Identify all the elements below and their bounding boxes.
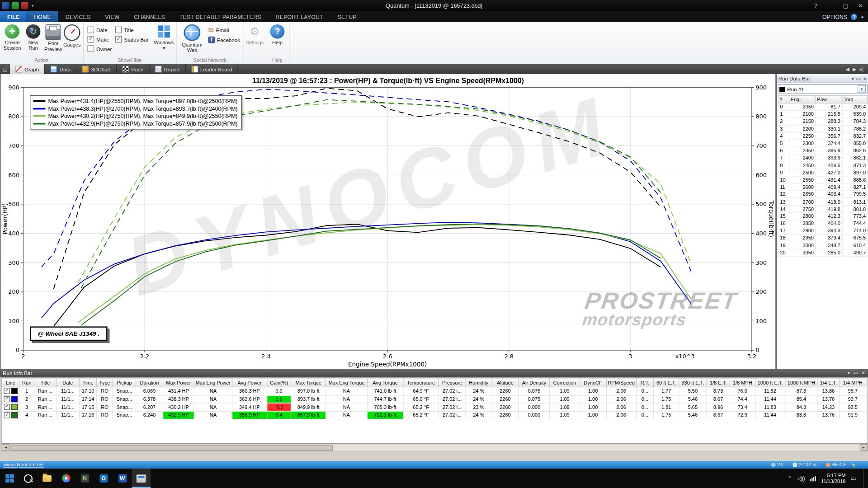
tab-scroll-right-icon[interactable]: ▶	[853, 66, 856, 72]
checkbox-title[interactable]: Title	[115, 27, 134, 33]
run-info-col-header[interactable]: Line	[2, 378, 19, 387]
tab-overflow-icon[interactable]: ▸|	[860, 66, 863, 72]
tab-scroll-left-icon[interactable]: ◀	[845, 66, 849, 72]
run-data-row[interactable]: 142750419.8801.8	[778, 205, 868, 212]
outlook-button[interactable]: O	[94, 469, 113, 488]
checkbox-date[interactable]: Date	[87, 27, 107, 33]
ribbon-tab-setup[interactable]: SETUP	[330, 11, 364, 22]
run-data-row[interactable]: 172900394.3714.0	[778, 227, 868, 235]
run-info-col-header[interactable]: Temperature	[403, 378, 439, 387]
ribbon-collapse-icon[interactable]: ▴	[861, 14, 864, 19]
ribbon-tab-file[interactable]: FILE	[0, 11, 27, 22]
notepad-button[interactable]: N	[75, 469, 94, 488]
run-data-row[interactable]: 72400393.9862.1	[778, 154, 868, 161]
run-info-row[interactable]: ✓1Run ...11/1...17:10ROSnap...6.069431.4…	[2, 387, 866, 395]
run-info-col-header[interactable]: 1/8 E.T.	[707, 378, 730, 387]
quick-access-caret-icon[interactable]: ▾	[32, 3, 34, 8]
run-info-col-header[interactable]: Max Eng Power	[194, 378, 232, 387]
hscroll-right-icon[interactable]: ►	[860, 444, 868, 451]
ribbon-tab-test-default-parameters[interactable]: TEST DEFAULT PARAMETERS	[172, 11, 269, 22]
ribbon-tab-view[interactable]: VIEW	[98, 11, 127, 22]
run-info-col-header[interactable]: 1/4 E.T.	[817, 378, 840, 387]
run-info-col-header[interactable]: Avg Power	[232, 378, 267, 387]
word-button[interactable]: W	[113, 469, 132, 488]
run-info-col-header[interactable]: R.T.	[636, 378, 653, 387]
run-data-row[interactable]: 22150288.3704.3	[778, 118, 868, 125]
run-info-col-header[interactable]: Pressure	[439, 378, 466, 387]
network-icon[interactable]	[810, 475, 816, 481]
run-data-row[interactable]: 132700418.0813.1	[778, 198, 868, 205]
volume-icon[interactable]: ◁))	[797, 475, 805, 481]
checkbox-make[interactable]: ✓Make	[87, 36, 109, 43]
checkbox-owner[interactable]: Owner	[87, 45, 112, 52]
run-info-col-header[interactable]: Time	[79, 378, 96, 387]
tab-report[interactable]: Report	[150, 64, 186, 74]
run-info-col-header[interactable]: DynoCF	[580, 378, 606, 387]
run-info-col-header[interactable]: 60 ft E.T.	[654, 378, 679, 387]
run-info-col-header[interactable]: Humidity	[465, 378, 492, 387]
hscroll-left-icon[interactable]: ◄	[2, 444, 9, 451]
run-info-row[interactable]: ✓4Run ...11/1...17:16ROSnap...6.240432.9…	[2, 411, 866, 419]
run-info-col-header[interactable]: Pickup	[113, 378, 136, 387]
tray-expand-icon[interactable]: ⌃	[788, 475, 792, 481]
close-icon[interactable]: ✕	[853, 0, 868, 11]
run-visible-checkbox[interactable]: ✓	[4, 404, 10, 410]
run-visible-checkbox[interactable]: ✓	[4, 396, 10, 402]
run-info-col-header[interactable]: 1000 ft MPH	[785, 378, 817, 387]
checkbox-status-bar[interactable]: ✓Status Bar	[115, 36, 149, 43]
run-info-hscrollbar[interactable]: ◄ ►	[1, 444, 868, 451]
notification-icon[interactable]: ▭	[850, 475, 856, 481]
run-info-row[interactable]: ✓3Run ...11/1...17:15ROSnap...6.207430.2…	[2, 403, 866, 411]
quick-access-save-icon[interactable]	[21, 2, 28, 9]
run-selector-caret-icon[interactable]: ▾	[858, 85, 866, 93]
tab-data[interactable]: Data	[45, 64, 77, 74]
run-data-col-header[interactable]: Pow...	[816, 95, 842, 103]
options-help-icon[interactable]: ?	[851, 14, 857, 19]
run-data-row[interactable]: 0205081.7209.4	[778, 103, 868, 110]
tab-list-icon[interactable]: ◫	[0, 64, 10, 74]
run-data-row[interactable]: 32200330.1788.2	[778, 125, 868, 132]
settings-button[interactable]: ⚙ Settings	[245, 24, 264, 46]
run-data-row[interactable]: 42250356.7832.7	[778, 132, 868, 140]
run-info-col-header[interactable]: RPM/Speed	[606, 378, 636, 387]
run-data-col-header[interactable]: #	[778, 95, 789, 103]
run-info-col-header[interactable]: Air Density	[519, 378, 550, 387]
help-button[interactable]: ? Help	[267, 24, 287, 46]
new-run-button[interactable]: New Run	[23, 24, 43, 51]
ribbon-tab-home[interactable]: HOME	[27, 11, 58, 22]
email-button[interactable]: ✉ Email	[208, 27, 229, 33]
run-data-row[interactable]: 162850404.0744.4	[778, 220, 868, 227]
run-info-col-header[interactable]: Correction	[550, 378, 580, 387]
run-data-col-header[interactable]: Engi...	[789, 95, 816, 103]
run-visible-checkbox[interactable]: ✓	[4, 412, 10, 418]
file-explorer-button[interactable]	[38, 469, 57, 488]
run-data-row[interactable]: 12100215.5539.0	[778, 111, 868, 118]
run-data-row[interactable]: 62350385.9862.6	[778, 147, 868, 154]
run-info-bar-close-icon[interactable]: ✕	[861, 370, 865, 375]
run-data-row[interactable]: 193000348.7610.4	[778, 242, 868, 249]
run-info-col-header[interactable]: Avg Torque	[367, 378, 403, 387]
run-info-bar-menu-icon[interactable]: ▾	[848, 370, 850, 375]
run-data-bar-close-icon[interactable]: ✕	[863, 75, 867, 81]
create-session-button[interactable]: Create Session	[2, 24, 22, 51]
run-info-col-header[interactable]: Max Power	[163, 378, 194, 387]
search-button[interactable]	[19, 469, 38, 488]
run-info-col-header[interactable]: 330 ft E.T.	[679, 378, 707, 387]
run-visible-checkbox[interactable]: ✓	[4, 388, 10, 394]
quick-access-chart-icon[interactable]	[12, 2, 19, 9]
run-info-row[interactable]: ✓2Run ...11/1...17:14ROSnap...6.378438.3…	[2, 395, 866, 403]
ribbon-tab-report-layout[interactable]: REPORT LAYOUT	[269, 11, 330, 22]
run-info-col-header[interactable]: Altitude	[492, 378, 519, 387]
tab-leader-board[interactable]: Leader Board	[186, 64, 238, 74]
run-info-col-header[interactable]: 1/4 MPH	[840, 378, 866, 387]
options-label[interactable]: OPTIONS	[822, 14, 847, 19]
run-data-row[interactable]: 82450406.5871.3	[778, 162, 868, 169]
hscroll-thumb[interactable]	[10, 445, 333, 450]
print-preview-button[interactable]: Print Preview	[43, 24, 63, 52]
run-info-bar-pin-icon[interactable]: ⊶	[853, 370, 858, 375]
run-info-col-header[interactable]: Max Torque	[291, 378, 326, 387]
run-info-col-header[interactable]: 1000 ft E.T.	[755, 378, 785, 387]
chrome-button[interactable]	[57, 469, 75, 488]
run-info-col-header[interactable]: Max Eng Torque	[326, 378, 367, 387]
run-data-col-header[interactable]: Torq...	[842, 95, 868, 103]
